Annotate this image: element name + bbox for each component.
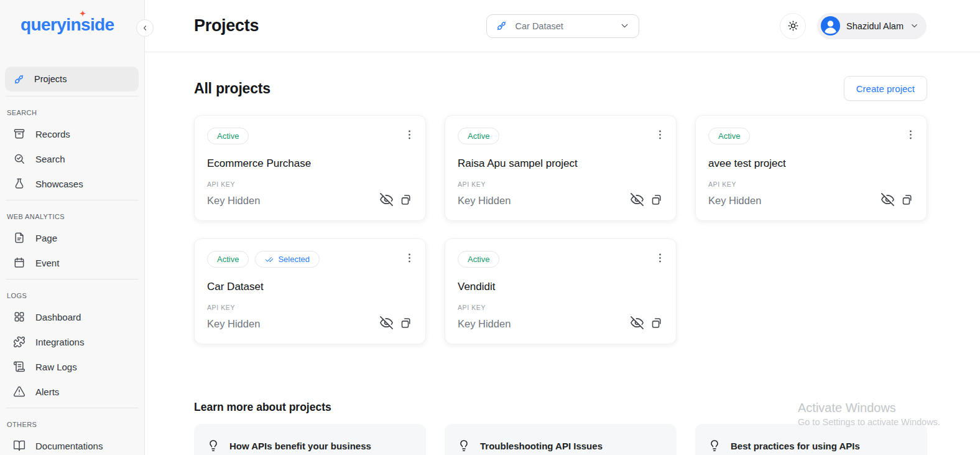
project-menu-button[interactable]	[651, 126, 668, 146]
sidebar-item-label: Search	[35, 154, 65, 164]
selected-badge: Selected	[255, 251, 320, 268]
copy-key-button[interactable]	[400, 193, 413, 208]
kebab-icon	[404, 129, 415, 141]
dashboard-icon	[13, 311, 25, 323]
sidebar-item-label: Raw Logs	[35, 362, 77, 372]
main-content: All projects Create project Active Selec…	[145, 53, 980, 455]
projects-grid: Active Selected Ecommerce Purchase API K…	[194, 115, 927, 344]
toggle-key-visibility-button[interactable]	[630, 192, 644, 209]
eye-off-icon	[881, 192, 895, 207]
sidebar-item-label: Projects	[34, 74, 67, 84]
project-card: Active Selected Raisa Apu sampel project…	[445, 115, 677, 221]
user-name: Shazidul Alam	[846, 21, 904, 31]
integrations-icon	[13, 335, 25, 348]
user-menu[interactable]: Shazidul Alam	[817, 13, 927, 39]
sidebar-item-alerts[interactable]: Alerts	[5, 379, 139, 404]
status-badge: Active	[708, 128, 750, 144]
eye-off-icon	[630, 316, 644, 330]
sidebar-item-raw-logs[interactable]: Raw Logs	[5, 354, 139, 379]
sidebar-item-records[interactable]: Records	[5, 121, 139, 146]
sidebar-section-label: OTHERS	[0, 412, 144, 433]
sidebar-item-label: Showcases	[35, 179, 83, 189]
status-badge: Active	[458, 128, 499, 144]
sidebar-item-dashboard[interactable]: Dashboard	[5, 304, 139, 329]
copy-icon	[400, 316, 413, 329]
sidebar-item-integrations[interactable]: Integrations	[5, 329, 139, 354]
theme-toggle-button[interactable]	[780, 13, 806, 39]
sidebar-item-label: Documentations	[35, 441, 103, 451]
showcases-icon	[13, 177, 25, 190]
api-key-value: Key Hidden	[708, 195, 761, 207]
copy-key-button[interactable]	[400, 316, 413, 331]
project-card: Active Selected Ecommerce Purchase API K…	[194, 115, 426, 221]
toggle-key-visibility-button[interactable]	[379, 316, 394, 332]
sidebar: ✦ queryinside Projects SEARCHRecordsSear…	[0, 0, 145, 455]
project-title: Vendidit	[458, 281, 663, 293]
header-actions: Shazidul Alam	[780, 13, 980, 39]
page-title: Projects	[194, 16, 259, 35]
sidebar-divider	[6, 96, 139, 96]
status-badge: Active	[207, 251, 249, 268]
kebab-icon	[654, 129, 666, 141]
project-selector-dropdown[interactable]: Car Dataset	[486, 14, 639, 38]
check-check-icon	[265, 255, 274, 264]
status-badge: Active	[458, 251, 499, 268]
project-menu-button[interactable]	[902, 126, 919, 146]
toggle-key-visibility-button[interactable]	[379, 192, 394, 209]
sidebar-item-label: Dashboard	[35, 312, 81, 322]
sidebar-divider	[6, 408, 139, 408]
api-key-value: Key Hidden	[458, 195, 511, 207]
bulb-icon	[458, 439, 470, 452]
sun-icon	[787, 19, 800, 32]
sidebar-item-label: Alerts	[35, 387, 59, 397]
records-icon	[13, 128, 25, 140]
copy-key-button[interactable]	[650, 316, 663, 331]
sidebar-item-page[interactable]: Page	[5, 225, 139, 250]
copy-icon	[901, 193, 914, 206]
api-key-label: API KEY	[207, 304, 413, 311]
project-badges: Active Selected	[207, 128, 413, 144]
sidebar-item-label: Event	[35, 258, 59, 268]
copy-key-button[interactable]	[901, 193, 914, 208]
sidebar-divider	[6, 200, 139, 200]
copy-key-button[interactable]	[650, 193, 663, 208]
sidebar-item-label: Integrations	[35, 337, 84, 347]
learn-card[interactable]: Best practices for using APIs	[695, 424, 927, 455]
api-key-label: API KEY	[207, 181, 413, 188]
sidebar-section-label: SEARCH	[0, 100, 144, 121]
api-key-label: API KEY	[458, 304, 663, 311]
chevron-left-icon	[141, 24, 149, 32]
sidebar-item-projects[interactable]: Projects	[5, 67, 139, 91]
toggle-key-visibility-button[interactable]	[630, 316, 644, 332]
project-badges: Active Selected	[207, 251, 413, 268]
sidebar-collapse-button[interactable]	[136, 19, 154, 37]
sidebar-section-label: WEB ANALYTICS	[0, 204, 144, 225]
sidebar-item-event[interactable]: Event	[5, 250, 139, 275]
eye-off-icon	[379, 316, 394, 330]
sidebar-item-showcases[interactable]: Showcases	[5, 171, 139, 196]
status-badge: Active	[207, 128, 249, 144]
plug-icon	[496, 20, 507, 32]
learn-card[interactable]: How APIs benefit your business	[194, 424, 426, 455]
sidebar-item-label: Records	[35, 129, 70, 139]
learn-card-label: How APIs benefit your business	[229, 441, 371, 451]
toggle-key-visibility-button[interactable]	[881, 192, 895, 209]
project-badges: Active Selected	[458, 128, 663, 144]
project-menu-button[interactable]	[651, 249, 668, 269]
documentations-icon	[13, 439, 25, 452]
api-key-value: Key Hidden	[458, 318, 511, 330]
project-menu-button[interactable]	[400, 126, 418, 146]
page-icon	[13, 232, 25, 244]
learn-card[interactable]: Troubleshooting API Issues	[445, 424, 677, 455]
create-project-button[interactable]: Create project	[844, 76, 927, 101]
learn-section-title: Learn more about projects	[194, 401, 927, 414]
search-icon	[13, 152, 25, 165]
sidebar-item-documentations[interactable]: Documentations	[5, 433, 139, 455]
project-menu-button[interactable]	[400, 249, 418, 269]
project-title: avee test project	[708, 157, 914, 170]
api-key-value: Key Hidden	[207, 318, 260, 330]
project-badges: Active Selected	[458, 251, 663, 268]
project-card: Active Selected Vendidit API KEY Key Hid…	[445, 238, 677, 344]
kebab-icon	[404, 252, 415, 264]
sidebar-item-search[interactable]: Search	[5, 146, 139, 171]
